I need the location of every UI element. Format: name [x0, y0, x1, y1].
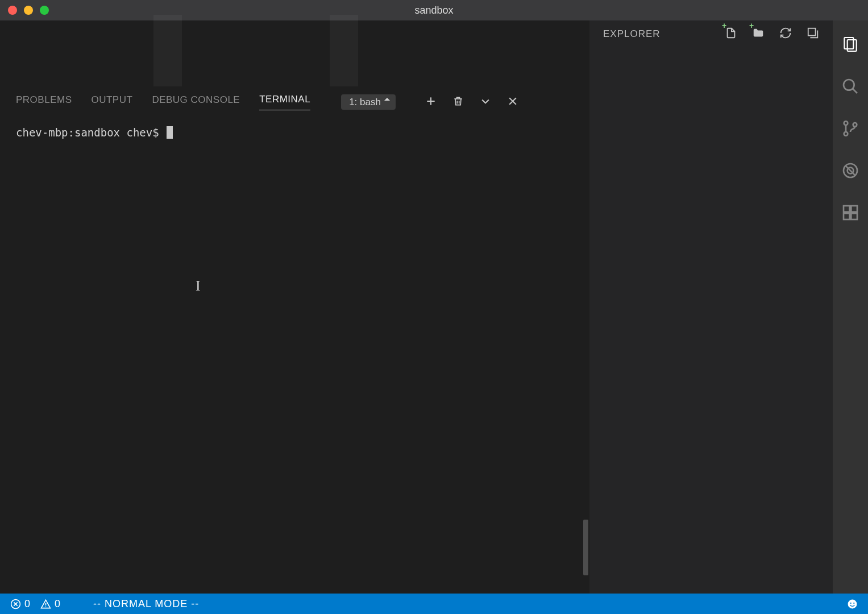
- status-warnings-count: 0: [55, 598, 60, 610]
- new-folder-button[interactable]: [752, 27, 765, 42]
- svg-point-26: [853, 602, 854, 603]
- maximize-panel-button[interactable]: [480, 96, 491, 109]
- refresh-explorer-button[interactable]: [779, 27, 792, 42]
- scrollbar-thumb[interactable]: [583, 520, 588, 575]
- activity-search-icon[interactable]: [841, 77, 859, 98]
- vscode-watermark: [153, 15, 358, 86]
- activity-explorer-icon[interactable]: [841, 35, 859, 56]
- svg-point-11: [853, 123, 857, 127]
- window-close-button[interactable]: [8, 6, 17, 15]
- svg-rect-15: [844, 206, 850, 212]
- svg-point-24: [848, 599, 857, 608]
- kill-terminal-button[interactable]: [452, 96, 464, 109]
- svg-rect-18: [851, 213, 857, 219]
- svg-point-9: [844, 121, 848, 125]
- svg-rect-16: [851, 206, 857, 212]
- activity-bar: [833, 20, 868, 594]
- new-terminal-button[interactable]: [425, 96, 437, 109]
- activity-extensions-icon[interactable]: [841, 204, 859, 224]
- tab-problems[interactable]: PROBLEMS: [16, 94, 72, 110]
- terminal-cursor: [167, 126, 173, 139]
- svg-point-7: [844, 80, 854, 90]
- svg-point-23: [45, 606, 47, 607]
- close-panel-button[interactable]: [507, 96, 518, 109]
- terminal-scrollbar[interactable]: [583, 117, 589, 594]
- tab-debug-console[interactable]: DEBUG CONSOLE: [152, 94, 240, 110]
- status-bar: 0 0 -- NORMAL MODE --: [0, 594, 868, 614]
- window-title: sandbox: [0, 5, 868, 16]
- editor-area: PROBLEMS OUTPUT DEBUG CONSOLE TERMINAL 1…: [0, 20, 589, 594]
- collapse-folders-button[interactable]: [807, 27, 819, 42]
- terminal-selector[interactable]: 1: bash: [341, 94, 396, 110]
- status-feedback-button[interactable]: [847, 599, 858, 609]
- window-minimize-button[interactable]: [24, 6, 33, 15]
- tab-terminal[interactable]: TERMINAL: [259, 94, 310, 110]
- new-file-button[interactable]: [725, 27, 737, 42]
- svg-line-8: [853, 89, 857, 93]
- activity-git-icon[interactable]: [841, 119, 859, 140]
- titlebar: sandbox: [0, 0, 868, 20]
- explorer-panel: EXPLORER: [589, 20, 833, 594]
- status-warnings[interactable]: 0: [40, 598, 60, 610]
- explorer-title: EXPLORER: [603, 28, 661, 40]
- svg-point-10: [844, 132, 848, 136]
- svg-point-25: [850, 602, 852, 603]
- svg-rect-4: [808, 28, 816, 35]
- terminal-prompt: chev-mbp:sandbox chev$: [16, 126, 165, 139]
- svg-rect-17: [844, 213, 850, 219]
- status-errors-count: 0: [24, 598, 30, 610]
- text-cursor-icon: I: [196, 277, 201, 294]
- window-zoom-button[interactable]: [40, 6, 49, 15]
- panel-tabbar: PROBLEMS OUTPUT DEBUG CONSOLE TERMINAL 1…: [0, 86, 589, 117]
- status-errors[interactable]: 0: [10, 598, 30, 610]
- status-vim-mode: -- NORMAL MODE --: [93, 598, 199, 610]
- terminal[interactable]: chev-mbp:sandbox chev$: [0, 117, 589, 594]
- editor-empty: [0, 20, 589, 86]
- tab-output[interactable]: OUTPUT: [91, 94, 132, 110]
- activity-debug-icon[interactable]: [841, 161, 859, 182]
